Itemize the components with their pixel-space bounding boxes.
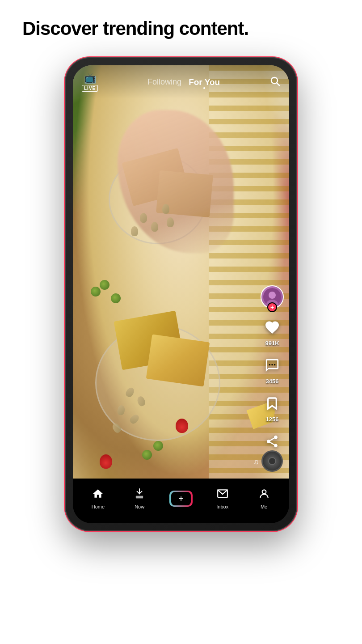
music-note-icon: ♫ (253, 458, 259, 466)
svg-point-7 (274, 364, 275, 365)
bookmark-count: 1256 (266, 416, 279, 423)
page-title: Discover trending content. (0, 0, 362, 53)
phone-mockup: 📺 LIVE Following For You (65, 57, 297, 531)
olive-2 (111, 293, 121, 303)
comment-count: 3456 (266, 378, 279, 385)
create-plus-icon: + (178, 494, 184, 504)
search-button[interactable] (269, 76, 280, 89)
profile-icon (258, 488, 270, 502)
phone-screen: 📺 LIVE Following For You (73, 65, 289, 523)
like-count: 991K (265, 340, 279, 347)
pistachio-3 (162, 204, 169, 214)
home-icon (92, 488, 104, 502)
pistachio-2 (151, 222, 158, 232)
svg-line-1 (277, 83, 280, 85)
olive-3 (91, 287, 101, 297)
bookmark-icon (261, 393, 283, 414)
bookmark-action[interactable]: 1256 (261, 393, 283, 423)
inbox-label: Inbox (216, 504, 228, 509)
svg-point-3 (269, 292, 276, 299)
like-icon (261, 317, 283, 338)
top-navigation: 📺 LIVE Following For You (73, 65, 289, 99)
strawberry-1 (176, 419, 188, 433)
comment-action[interactable]: 3456 (261, 355, 283, 385)
create-nav-item[interactable]: + (168, 491, 194, 507)
following-tab[interactable]: Following (147, 77, 181, 87)
home-label: Home (92, 504, 105, 509)
for-you-tab[interactable]: For You (189, 77, 220, 87)
olive-5 (142, 450, 152, 460)
live-text: LIVE (82, 85, 98, 92)
inbox-nav-item[interactable]: Inbox (209, 488, 236, 509)
create-button[interactable]: + (169, 491, 193, 507)
now-label: Now (135, 504, 144, 509)
now-icon (134, 488, 145, 502)
olive-1 (100, 280, 109, 290)
home-nav-item[interactable]: Home (84, 488, 111, 509)
follow-button[interactable]: + (267, 302, 277, 312)
strawberry-2 (100, 454, 112, 469)
bottom-navigation: Home Now + (73, 479, 289, 523)
me-label: Me (261, 504, 267, 509)
svg-point-11 (262, 490, 266, 494)
pistachio-5 (167, 217, 174, 227)
video-background[interactable] (73, 65, 289, 479)
creator-avatar[interactable]: + (261, 285, 284, 309)
feed-tabs: Following For You (147, 77, 220, 87)
cracker-4 (146, 334, 210, 386)
olive-4 (153, 441, 163, 451)
action-bar: + 991K (261, 285, 284, 461)
comment-icon (261, 355, 283, 376)
share-icon (261, 431, 283, 452)
live-badge[interactable]: 📺 LIVE (82, 72, 98, 92)
svg-point-6 (271, 364, 273, 365)
live-tv-icon: 📺 (84, 72, 96, 84)
svg-point-5 (269, 364, 270, 365)
me-nav-item[interactable]: Me (251, 488, 278, 509)
pistachio-4 (131, 226, 138, 236)
pistachio-1 (140, 213, 147, 223)
like-action[interactable]: 991K (261, 317, 283, 347)
inbox-icon (217, 488, 228, 502)
music-disc[interactable] (261, 450, 283, 472)
now-nav-item[interactable]: Now (126, 488, 153, 509)
